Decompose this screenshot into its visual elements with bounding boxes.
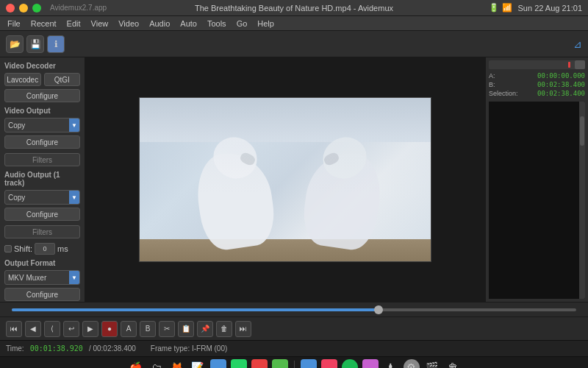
frame-type: Frame type: I-FRM (00) <box>151 344 227 353</box>
menu-tools[interactable]: Tools <box>203 18 231 29</box>
left-panel: Video Decoder Lavcodec QtGI Configure Vi… <box>0 57 85 302</box>
dock-finder[interactable]: 🍎 <box>128 359 144 369</box>
toolbar-save[interactable]: 💾 <box>26 35 44 53</box>
mini-timeline[interactable] <box>489 60 585 69</box>
configure-audio-btn[interactable]: Configure <box>4 208 80 221</box>
bear-left <box>195 138 276 248</box>
menu-go[interactable]: Go <box>232 18 252 29</box>
right-scrollbar[interactable] <box>579 102 585 299</box>
shift-label: Shift: <box>14 244 32 253</box>
timeline-marker <box>568 62 570 68</box>
dock-separator <box>294 361 295 369</box>
dock-firefox[interactable]: 🦊 <box>169 359 185 369</box>
btn-paste[interactable]: 📌 <box>197 321 213 337</box>
audio-output-arrow[interactable]: ▼ <box>69 191 79 204</box>
filters-audio-btn[interactable]: Filters <box>4 225 80 238</box>
filter-icon[interactable]: ⊿ <box>573 38 582 50</box>
dock-editor[interactable]: 📝 <box>190 359 206 369</box>
output-format-dropdown[interactable]: MKV Muxer ▼ <box>4 270 80 285</box>
btn-mark-a[interactable]: A <box>121 321 137 337</box>
dock-evernote[interactable] <box>272 359 288 369</box>
progress-thumb[interactable] <box>374 305 383 314</box>
audio-output-dropdown[interactable]: Copy ▼ <box>4 190 80 205</box>
progress-fill <box>12 308 379 311</box>
a-value: 00:00:00.000 <box>537 72 585 79</box>
b-label: B: <box>489 81 495 88</box>
mist <box>140 135 431 194</box>
minimize-button[interactable] <box>19 4 28 13</box>
sel-value: 00:02:38.400 <box>537 90 585 97</box>
close-button[interactable] <box>6 4 15 13</box>
dock-chess[interactable]: ♟ <box>383 359 399 369</box>
btn-delete[interactable]: 🗑 <box>216 321 232 337</box>
timecode-sel-row: Selection: 00:02:38.400 <box>489 90 585 97</box>
menu-audio[interactable]: Audio <box>145 18 174 29</box>
dock-podcasts[interactable] <box>362 359 379 369</box>
video-output-dropdown[interactable]: Copy ▼ <box>4 118 80 132</box>
btn-play-back[interactable]: ↩ <box>63 321 79 337</box>
output-format-label: Output Format <box>4 259 80 267</box>
maximize-button[interactable] <box>32 4 41 13</box>
configure-video-btn[interactable]: Configure <box>4 135 80 149</box>
title-bar: Avidemux2.7.app The Breathtaking Beauty … <box>0 0 588 16</box>
shift-checkbox[interactable] <box>4 245 12 252</box>
system-icons: 🔋 📶 <box>489 3 512 13</box>
sky <box>140 98 431 142</box>
qtgi-btn[interactable]: QtGI <box>44 73 81 86</box>
window-title: The Breathtaking Beauty of Nature HD.mp4… <box>195 4 393 13</box>
btn-step-back[interactable]: ⟨ <box>44 321 60 337</box>
dock-whatsapp[interactable] <box>231 359 247 369</box>
dock-music[interactable] <box>321 359 337 369</box>
progress-track[interactable] <box>12 308 576 311</box>
menu-file[interactable]: File <box>3 18 25 29</box>
dock-video[interactable]: 🎬 <box>424 359 440 369</box>
dock-notes[interactable] <box>210 359 226 369</box>
btn-record[interactable]: ● <box>101 321 118 337</box>
btn-play[interactable]: ▶ <box>82 321 98 337</box>
current-time: 00:01:38.920 <box>30 344 83 353</box>
toolbar: 📂 💾 ℹ ⊿ <box>0 31 588 57</box>
a-label: A: <box>489 72 495 79</box>
configure-output-btn[interactable]: Configure <box>4 288 80 301</box>
btn-mark-b[interactable]: B <box>140 321 156 337</box>
menu-auto[interactable]: Auto <box>176 18 201 29</box>
toolbar-open[interactable]: 📂 <box>6 35 24 53</box>
btn-prev-frame[interactable]: ◀ <box>25 321 41 337</box>
video-output-arrow[interactable]: ▼ <box>69 118 79 132</box>
menu-video[interactable]: Video <box>114 18 143 29</box>
audio-output-value: Copy <box>8 194 76 202</box>
dock-files[interactable]: 🗂 <box>148 359 165 369</box>
black-preview <box>489 102 585 299</box>
dock-spotify[interactable] <box>342 359 358 369</box>
dock-trash[interactable]: 🗑 <box>445 359 461 369</box>
menu-help[interactable]: Help <box>253 18 279 29</box>
menu-view[interactable]: View <box>87 18 113 29</box>
toolbar-info[interactable]: ℹ <box>47 35 65 53</box>
main-layout: Video Decoder Lavcodec QtGI Configure Vi… <box>0 57 588 302</box>
btn-go-end[interactable]: ⏭ <box>235 321 251 337</box>
menu-edit[interactable]: Edit <box>62 18 85 29</box>
btn-cut[interactable]: ✂ <box>159 321 175 337</box>
end-time: / 00:02:38.400 <box>89 344 136 353</box>
btn-go-start[interactable]: ⏮ <box>6 321 22 337</box>
grass <box>140 239 431 261</box>
scrollbar-thumb[interactable] <box>580 116 584 146</box>
dock-books[interactable] <box>251 359 268 369</box>
audio-output-label: Audio Output (1 track) <box>4 171 80 187</box>
filters-video-btn[interactable]: Filters <box>4 153 80 166</box>
ms-label: ms <box>57 244 68 253</box>
codec-row: Lavcodec QtGI <box>4 73 80 86</box>
shift-input[interactable] <box>35 243 55 255</box>
configure-decoder-btn[interactable]: Configure <box>4 89 80 102</box>
output-format-arrow[interactable]: ▼ <box>69 271 79 284</box>
video-output-label: Video Output <box>4 107 80 115</box>
menu-recent[interactable]: Recent <box>26 18 61 29</box>
menu-bar-right: 🔋 📶 Sun 22 Aug 21:01 <box>489 3 582 13</box>
output-format-value: MKV Muxer <box>8 274 76 282</box>
dock-settings[interactable]: ⚙ <box>404 359 420 369</box>
video-area <box>85 57 485 302</box>
btn-copy[interactable]: 📋 <box>178 321 194 337</box>
dock-mail[interactable] <box>301 359 317 369</box>
lavcodec-btn[interactable]: Lavcodec <box>4 73 41 86</box>
timeline-scrollbar[interactable] <box>575 60 585 69</box>
